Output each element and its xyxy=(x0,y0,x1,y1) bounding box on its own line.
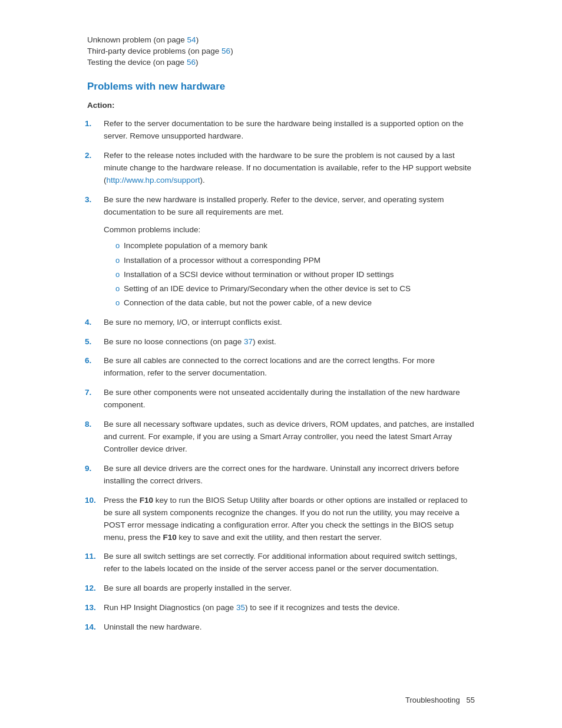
list-item-2: Refer to the release notes included with… xyxy=(101,150,475,187)
intro-links: Unknown problem (on page 54) Third-party… xyxy=(87,35,475,67)
sub-list: Incomplete population of a memory bank I… xyxy=(115,240,475,309)
link-page-54[interactable]: 54 xyxy=(187,35,196,44)
list-item-11: Be sure all switch settings are set corr… xyxy=(101,551,475,575)
footer-label: Troubleshooting xyxy=(405,696,460,704)
list-item-5-text: Be sure no loose connections (on page 37… xyxy=(104,337,276,346)
sub-intro: Common problems include: xyxy=(104,224,475,236)
list-item-4: Be sure no memory, I/O, or interrupt con… xyxy=(101,317,475,329)
page-footer: Troubleshooting 55 xyxy=(405,696,475,704)
list-item-12: Be sure all boards are properly installe… xyxy=(101,582,475,595)
list-item-5: Be sure no loose connections (on page 37… xyxy=(101,336,475,348)
list-item-14-text: Uninstall the new hardware. xyxy=(104,622,202,631)
sub-list-item-4: Setting of an IDE device to Primary/Seco… xyxy=(115,283,475,295)
list-item-6: Be sure all cables are connected to the … xyxy=(101,355,475,380)
list-item-13: Run HP Insight Diagnostics (on page 35) … xyxy=(101,602,475,614)
intro-link-3-text: Testing the device (on page xyxy=(87,58,187,67)
list-item-10-text: Press the F10 key to run the BIOS Setup … xyxy=(104,496,468,542)
main-list: Refer to the server documentation to be … xyxy=(101,118,475,634)
page-content: Unknown problem (on page 54) Third-party… xyxy=(0,0,562,688)
intro-link-1-text: Unknown problem (on page xyxy=(87,35,187,44)
list-item-1: Refer to the server documentation to be … xyxy=(101,118,475,143)
list-item-1-text: Refer to the server documentation to be … xyxy=(104,119,464,140)
f10-bold-1: F10 xyxy=(140,496,153,505)
list-item-4-text: Be sure no memory, I/O, or interrupt con… xyxy=(104,318,282,327)
intro-link-3: Testing the device (on page 56) xyxy=(87,58,475,67)
footer-page-number: 55 xyxy=(467,696,475,704)
list-item-7: Be sure other components were not unseat… xyxy=(101,387,475,411)
list-item-12-text: Be sure all boards are properly installe… xyxy=(104,584,292,592)
section-title: Problems with new hardware xyxy=(87,81,475,93)
intro-link-1: Unknown problem (on page 54) xyxy=(87,35,475,44)
hp-support-link[interactable]: http://www.hp.com/support xyxy=(107,176,200,185)
intro-link-2-text: Third-party device problems (on page xyxy=(87,47,222,55)
list-item-13-text: Run HP Insight Diagnostics (on page 35) … xyxy=(104,603,400,612)
list-item-8: Be sure all necessary software updates, … xyxy=(101,419,475,456)
link-page-56[interactable]: 56 xyxy=(222,47,230,55)
list-item-10: Press the F10 key to run the BIOS Setup … xyxy=(101,495,475,544)
f10-bold-2: F10 xyxy=(163,533,177,542)
list-item-7-text: Be sure other components were not unseat… xyxy=(104,388,460,409)
list-item-3-text: Be sure the new hardware is installed pr… xyxy=(104,195,444,216)
list-item-6-text: Be sure all cables are connected to the … xyxy=(104,356,435,377)
list-item-14: Uninstall the new hardware. xyxy=(101,621,475,634)
list-item-11-text: Be sure all switch settings are set corr… xyxy=(104,552,457,573)
sub-list-item-5: Connection of the data cable, but not th… xyxy=(115,297,475,309)
link-page-37[interactable]: 37 xyxy=(244,337,253,346)
link-page-56b[interactable]: 56 xyxy=(187,58,196,67)
intro-link-2: Third-party device problems (on page 56) xyxy=(87,47,475,55)
sub-list-item-3: Installation of a SCSI device without te… xyxy=(115,269,475,281)
sub-list-item-2: Installation of a processor without a co… xyxy=(115,255,475,266)
list-item-3: Be sure the new hardware is installed pr… xyxy=(101,194,475,309)
action-label: Action: xyxy=(87,101,475,110)
list-item-9: Be sure all device drivers are the corre… xyxy=(101,463,475,487)
link-page-35[interactable]: 35 xyxy=(236,603,245,612)
list-item-8-text: Be sure all necessary software updates, … xyxy=(104,420,474,453)
list-item-2-text: Refer to the release notes included with… xyxy=(104,151,471,185)
list-item-9-text: Be sure all device drivers are the corre… xyxy=(104,464,459,485)
sub-list-item-1: Incomplete population of a memory bank xyxy=(115,240,475,252)
